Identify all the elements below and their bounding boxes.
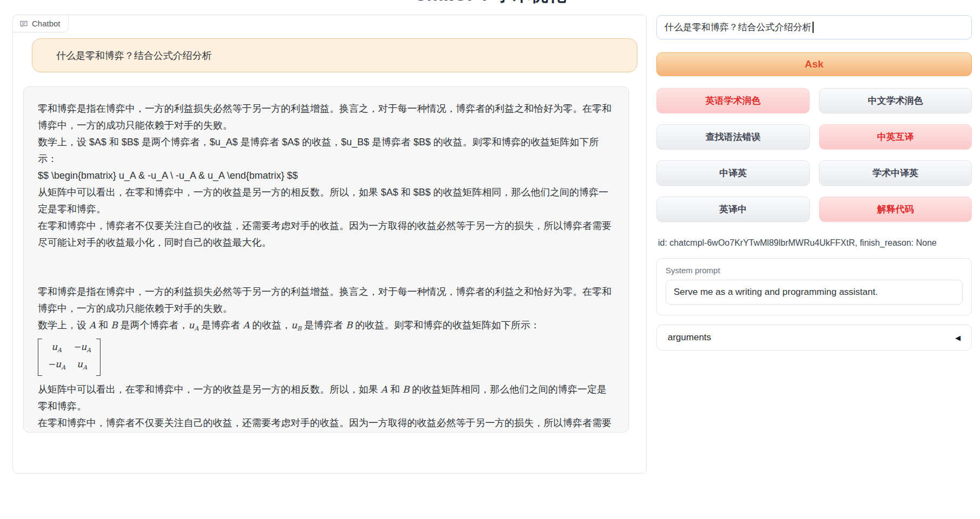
system-prompt-input[interactable]: Serve me as a writing and programming as… — [666, 280, 963, 305]
bot-message-raw-block: 零和博弈是指在博弈中，一方的利益损失必然等于另一方的利益增益。换言之，对于每一种… — [38, 100, 614, 251]
user-message: 什么是零和博弈？结合公式介绍分析 — [32, 38, 637, 72]
completion-status-line: id: chatcmpl-6wOo7KrYTwMl89lbrMWRu4UkFFX… — [658, 238, 937, 248]
question-input-value: 什么是零和博弈？结合公式介绍分析 — [664, 21, 811, 33]
matrix-cell: uA — [73, 358, 91, 374]
chat-bubble-icon — [19, 19, 28, 28]
arguments-accordion[interactable]: arguments ◀ — [656, 325, 972, 351]
bot-message-rendered-block: 零和博弈是指在博弈中，一方的利益损失必然等于另一方的利益增益。换言之，对于每一种… — [38, 284, 614, 433]
arguments-accordion-label: arguments — [668, 332, 711, 343]
button-zh-to-en[interactable]: 中译英 — [656, 160, 810, 186]
matrix-cell: −uA — [48, 358, 65, 374]
bot-paragraph-math: 数学上，设 A 和 B 是两个博弈者，uA 是博弈者 A 的收益，uB 是博弈者… — [38, 317, 614, 337]
page-title-clipped: ChatGPT 学术优化 — [0, 0, 980, 6]
matrix-right-bracket — [96, 339, 100, 376]
matrix-left-bracket — [38, 339, 42, 376]
button-en-to-zh[interactable]: 英译中 — [656, 197, 810, 222]
button-zh-en-mutual-translate[interactable]: 中英互译 — [819, 124, 972, 150]
payoff-matrix: uA −uA −uA uA — [38, 339, 100, 376]
matrix-cell: −uA — [73, 340, 91, 357]
system-prompt-value: Serve me as a writing and programming as… — [674, 287, 878, 298]
system-prompt-group: System prompt Serve me as a writing and … — [656, 258, 972, 315]
button-chinese-academic-polish[interactable]: 中文学术润色 — [819, 88, 972, 113]
page-title: ChatGPT 学术优化 — [0, 0, 980, 5]
chatbot-label: Chatbot — [12, 15, 69, 32]
button-explain-code[interactable]: 解释代码 — [819, 197, 972, 222]
button-english-academic-polish[interactable]: 英语学术润色 — [656, 88, 810, 113]
bot-paragraph: 零和博弈是指在博弈中，一方的利益损失必然等于另一方的利益增益。换言之，对于每一种… — [38, 284, 614, 317]
app-window: ChatGPT 学术优化 Chatbot 什么是零和博弈？结合公式介绍分析 零和… — [0, 0, 980, 519]
bot-message: 零和博弈是指在博弈中，一方的利益损失必然等于另一方的利益增益。换言之，对于每一种… — [23, 86, 629, 433]
chatbot-panel: Chatbot 什么是零和博弈？结合公式介绍分析 零和博弈是指在博弈中，一方的利… — [12, 15, 647, 474]
button-find-grammar-errors[interactable]: 查找语法错误 — [656, 124, 810, 150]
chatbot-label-text: Chatbot — [32, 19, 61, 28]
button-academic-zh-to-en[interactable]: 学术中译英 — [819, 160, 972, 186]
bot-paragraph: 在零和博弈中，博弈者不仅要关注自己的收益，还需要考虑对手的收益。因为一方取得的收… — [38, 415, 614, 433]
bot-paragraph: 数学上，设 $A$ 和 $B$ 是两个博弈者，$u_A$ 是博弈者 $A$ 的收… — [38, 134, 614, 167]
matrix-cell: uA — [48, 340, 65, 357]
text-cursor — [813, 22, 814, 33]
bot-paragraph: 零和博弈是指在博弈中，一方的利益损失必然等于另一方的利益增益。换言之，对于每一种… — [38, 100, 614, 134]
bot-paragraph: 在零和博弈中，博弈者不仅要关注自己的收益，还需要考虑对手的收益。因为一方取得的收… — [38, 218, 614, 251]
bot-paragraph: 从矩阵中可以看出，在零和博弈中，一方的收益是另一方的相反数。所以，如果 $A$ … — [38, 184, 614, 218]
bot-paragraph-math: 从矩阵中可以看出，在零和博弈中，一方的收益是另一方的相反数。所以，如果 A 和 … — [38, 381, 614, 415]
bot-paragraph-latex-source: $$ \begin{bmatrix} u_A & -u_A \ -u_A & u… — [38, 167, 614, 184]
accordion-collapse-icon[interactable]: ◀ — [955, 334, 961, 342]
question-input[interactable]: 什么是零和博弈？结合公式介绍分析 — [656, 15, 972, 39]
user-message-text: 什么是零和博弈？结合公式介绍分析 — [56, 49, 212, 62]
ask-button[interactable]: Ask — [656, 52, 972, 76]
system-prompt-label: System prompt — [666, 266, 963, 275]
